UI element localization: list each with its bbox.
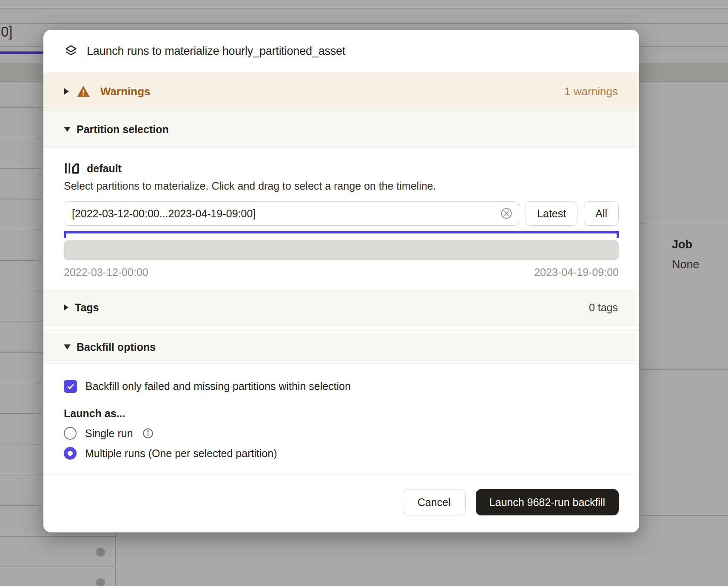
- dialog-footer: Cancel Launch 9682-run backfill: [43, 475, 639, 529]
- chevron-down-icon: [64, 127, 71, 132]
- tags-title: Tags: [75, 302, 99, 314]
- partition-set-icon: [64, 162, 80, 175]
- single-run-radio[interactable]: [64, 427, 77, 440]
- tags-section-header[interactable]: Tags 0 tags: [43, 289, 639, 326]
- partition-range-input[interactable]: [64, 201, 519, 226]
- chevron-right-icon: [64, 304, 68, 310]
- partition-help-text: Select partitions to materialize. Click …: [64, 180, 619, 192]
- partition-dimension-row: default: [64, 162, 619, 175]
- section-gap: [43, 326, 639, 330]
- backfill-options-content: Backfill only failed and missing partiti…: [43, 380, 639, 460]
- cancel-button[interactable]: Cancel: [403, 489, 466, 515]
- backfill-failed-missing-checkbox[interactable]: [64, 380, 77, 393]
- backfill-failed-missing-label: Backfill only failed and missing partiti…: [85, 380, 351, 393]
- single-run-label: Single run: [85, 427, 133, 440]
- chevron-down-icon: [64, 344, 71, 350]
- partition-range-row: Latest All: [64, 201, 619, 226]
- radio-single-run[interactable]: Single run: [64, 427, 619, 440]
- multiple-runs-label: Multiple runs (One per selected partitio…: [85, 447, 277, 460]
- dialog-title: Launch runs to materialize hourly_partit…: [87, 45, 345, 58]
- partition-range-input-wrap: [64, 201, 519, 226]
- warnings-label: Warnings: [100, 85, 150, 98]
- partition-timeline-bar[interactable]: [64, 240, 619, 260]
- partition-selection-title: Partition selection: [77, 123, 169, 136]
- partition-dimension-name: default: [87, 162, 122, 175]
- partition-selection-content: default Select partitions to materialize…: [43, 162, 639, 289]
- launch-as-label: Launch as...: [64, 407, 619, 420]
- info-icon[interactable]: [142, 428, 154, 439]
- clear-selection-icon[interactable]: [500, 208, 512, 219]
- timeline-date-labels: 2022-03-12-00:00 2023-04-19-09:00: [64, 266, 619, 289]
- radio-multiple-runs[interactable]: Multiple runs (One per selected partitio…: [64, 447, 619, 460]
- dialog-header: Launch runs to materialize hourly_partit…: [43, 30, 639, 72]
- latest-button[interactable]: Latest: [526, 201, 577, 226]
- multiple-runs-radio[interactable]: [64, 447, 77, 460]
- chevron-right-icon: [64, 88, 69, 95]
- backfill-failed-missing-row[interactable]: Backfill only failed and missing partiti…: [64, 380, 619, 393]
- partition-selection-section-header[interactable]: Partition selection: [43, 111, 639, 148]
- launch-backfill-dialog: Launch runs to materialize hourly_partit…: [43, 30, 639, 532]
- launch-backfill-button[interactable]: Launch 9682-run backfill: [476, 489, 619, 515]
- all-button[interactable]: All: [584, 201, 619, 226]
- backfill-options-title: Backfill options: [77, 341, 156, 353]
- warnings-section-header[interactable]: Warnings 1 warnings: [43, 72, 639, 111]
- timeline-selection-range: [64, 231, 619, 233]
- backfill-options-section-header[interactable]: Backfill options: [43, 330, 639, 364]
- materialize-layers-icon: [64, 43, 78, 59]
- warning-triangle-icon: [77, 85, 90, 98]
- warnings-count-badge: 1 warnings: [564, 85, 618, 98]
- tags-count-badge: 0 tags: [589, 302, 618, 314]
- timeline-start-label: 2022-03-12-00:00: [64, 266, 148, 279]
- timeline-end-label: 2023-04-19-09:00: [534, 266, 619, 279]
